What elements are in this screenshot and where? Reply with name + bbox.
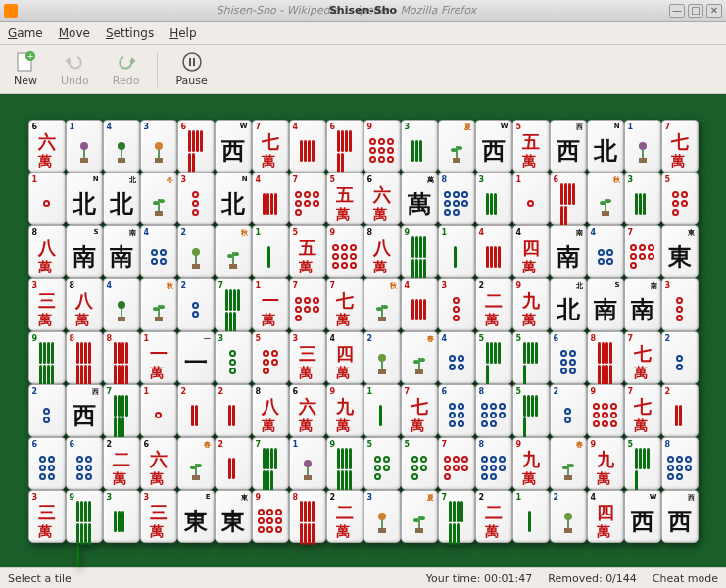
tile[interactable]: 西西 xyxy=(550,120,587,172)
tile[interactable]: 7七萬 xyxy=(401,384,438,437)
tile[interactable]: 7 xyxy=(438,437,475,490)
tile[interactable]: N北 xyxy=(66,172,103,225)
tile[interactable]: 4 xyxy=(140,225,177,278)
tile[interactable]: 3 xyxy=(624,172,661,225)
tile[interactable]: 9 xyxy=(66,490,103,543)
tile[interactable]: 7 xyxy=(438,490,475,543)
tile[interactable]: 3 xyxy=(215,331,252,384)
tile[interactable]: 2 xyxy=(661,384,699,437)
tile[interactable]: 秋 xyxy=(140,278,177,331)
tile[interactable]: 2二萬 xyxy=(475,490,512,543)
tile[interactable]: 6六萬 xyxy=(140,437,177,490)
close-button[interactable]: ✕ xyxy=(706,4,722,18)
tile[interactable]: 3 xyxy=(401,120,438,172)
tile[interactable]: 5 xyxy=(401,437,438,490)
tile[interactable]: 4 xyxy=(475,225,512,278)
tile[interactable]: 3 xyxy=(661,278,699,331)
tile[interactable]: 3三萬 xyxy=(28,278,66,331)
tile[interactable]: E東 xyxy=(177,490,215,543)
tile[interactable]: 9 xyxy=(326,437,363,490)
pause-button[interactable]: Pause xyxy=(169,49,213,89)
tile[interactable]: 2 xyxy=(550,490,587,543)
tile[interactable]: 7 xyxy=(103,384,140,437)
tile[interactable]: 5 xyxy=(512,384,550,437)
menu-game[interactable]: Game xyxy=(8,26,43,40)
tile[interactable]: 2 xyxy=(28,384,66,437)
tile[interactable]: 8 xyxy=(66,331,103,384)
tile[interactable]: 1 xyxy=(289,437,326,490)
maximize-button[interactable]: □ xyxy=(688,4,703,18)
tile[interactable]: 8 xyxy=(661,437,699,490)
tile[interactable]: 3三萬 xyxy=(140,490,177,543)
tile[interactable]: 東東 xyxy=(661,225,699,278)
tile[interactable]: 7 xyxy=(252,437,289,490)
menu-settings[interactable]: Settings xyxy=(106,26,154,40)
tile[interactable]: 8八萬 xyxy=(66,278,103,331)
tile[interactable]: 3三萬 xyxy=(28,490,66,543)
tile[interactable]: 6 xyxy=(66,437,103,490)
tile[interactable]: 2 xyxy=(177,225,215,278)
menu-help[interactable]: Help xyxy=(169,26,196,40)
tile[interactable]: 8 xyxy=(289,490,326,543)
tile[interactable]: 8 xyxy=(587,331,624,384)
tile[interactable]: 9 xyxy=(401,225,438,278)
tile[interactable]: W西 xyxy=(475,120,512,172)
tile[interactable]: 一一 xyxy=(177,331,215,384)
tile[interactable]: 2 xyxy=(550,384,587,437)
tile[interactable]: 春 xyxy=(177,437,215,490)
tile[interactable]: 3 xyxy=(177,172,215,225)
tile[interactable]: 6 xyxy=(28,437,66,490)
tile[interactable]: 8 xyxy=(438,172,475,225)
tile[interactable]: 1 xyxy=(252,225,289,278)
tile[interactable]: 南南 xyxy=(550,225,587,278)
tile[interactable]: 2 xyxy=(661,331,699,384)
tile[interactable]: 7 xyxy=(289,172,326,225)
tile[interactable]: 8八萬 xyxy=(252,384,289,437)
tile[interactable]: 4 xyxy=(103,278,140,331)
tile[interactable]: W西 xyxy=(624,490,661,543)
tile[interactable]: 6 xyxy=(550,172,587,225)
tile[interactable]: 2二萬 xyxy=(475,278,512,331)
tile[interactable]: 9 xyxy=(28,331,66,384)
tile[interactable]: 5 xyxy=(363,437,401,490)
new-button[interactable]: + New xyxy=(8,49,43,89)
tile[interactable]: 5 xyxy=(512,331,550,384)
tile[interactable]: 3三萬 xyxy=(289,331,326,384)
tile[interactable]: S南 xyxy=(587,278,624,331)
tile[interactable]: S南 xyxy=(66,225,103,278)
tile[interactable]: 4 xyxy=(103,120,140,172)
tile[interactable]: 1 xyxy=(140,384,177,437)
tile[interactable]: 東東 xyxy=(215,490,252,543)
tile[interactable]: 秋 xyxy=(363,278,401,331)
tile[interactable]: 6 xyxy=(177,120,215,172)
tile[interactable]: 5五萬 xyxy=(289,225,326,278)
tile[interactable]: 7七萬 xyxy=(252,120,289,172)
tile[interactable]: 7七萬 xyxy=(624,331,661,384)
tile[interactable]: 3 xyxy=(103,490,140,543)
tile[interactable]: 南南 xyxy=(624,278,661,331)
tile[interactable]: 夏 xyxy=(438,120,475,172)
tile[interactable]: 5五萬 xyxy=(326,172,363,225)
tile[interactable]: 2 xyxy=(177,278,215,331)
tile[interactable]: 9 xyxy=(326,225,363,278)
tile[interactable]: 3 xyxy=(140,120,177,172)
tile[interactable]: 夏 xyxy=(401,490,438,543)
tile[interactable]: 4 xyxy=(401,278,438,331)
tile[interactable]: 3 xyxy=(363,490,401,543)
tile[interactable]: 7七萬 xyxy=(326,278,363,331)
tile[interactable]: 1 xyxy=(438,225,475,278)
tile[interactable]: 秋 xyxy=(587,172,624,225)
tile[interactable]: 7 xyxy=(289,278,326,331)
tile[interactable]: 4四萬 xyxy=(512,225,550,278)
tile[interactable]: 北北 xyxy=(103,172,140,225)
tile[interactable]: 6 xyxy=(550,331,587,384)
tile[interactable]: 4 xyxy=(438,331,475,384)
tile[interactable]: 8 xyxy=(103,331,140,384)
tile[interactable]: 4 xyxy=(587,225,624,278)
menu-move[interactable]: Move xyxy=(59,26,90,40)
tile[interactable]: 8八萬 xyxy=(28,225,66,278)
tile[interactable]: 萬萬 xyxy=(401,172,438,225)
tile[interactable]: 4四萬 xyxy=(326,331,363,384)
tile[interactable]: 1 xyxy=(66,120,103,172)
tile[interactable]: 5 xyxy=(475,331,512,384)
